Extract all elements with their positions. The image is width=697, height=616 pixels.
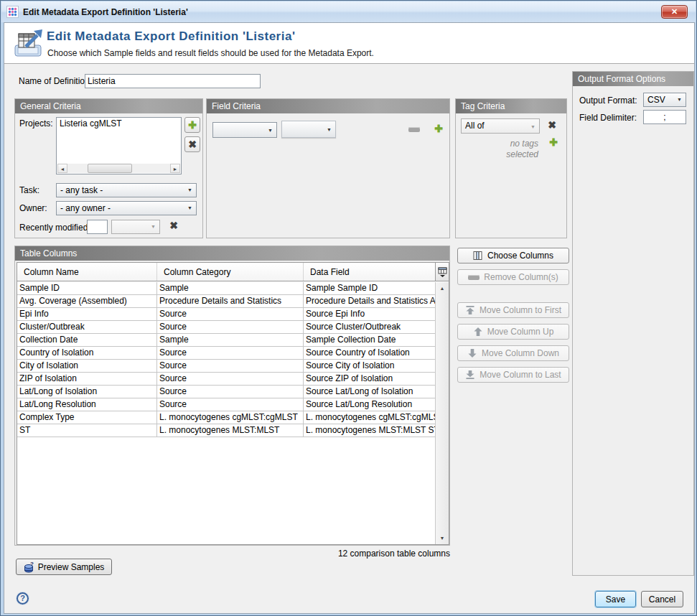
table-row[interactable]: Avg. Coverage (Assembled)Procedure Detai… <box>17 295 436 308</box>
table-cell: L. monocytogenes cgMLST:cgMLST … <box>304 411 436 424</box>
table-cell: Avg. Coverage (Assembled) <box>17 295 157 307</box>
name-of-definition-input[interactable] <box>85 74 261 88</box>
table-row[interactable]: ZIP of IsolationSourceSource ZIP of Isol… <box>17 373 436 386</box>
table-cell: City of Isolation <box>17 360 157 372</box>
table-cell: Cluster/Outbreak <box>17 321 157 333</box>
table-cell: Lat/Long of Isolation <box>17 386 157 398</box>
table-cell: Sample ID <box>17 282 157 294</box>
project-list-item[interactable]: Listeria cgMLST <box>57 118 181 129</box>
preview-samples-button[interactable]: ? Preview Samples <box>16 559 112 575</box>
tag-criteria-title: Tag Criteria <box>456 99 566 113</box>
scroll-left-icon[interactable]: ◄ <box>57 164 67 173</box>
recently-modified-input[interactable] <box>87 220 108 234</box>
title-bar[interactable]: Edit Metadata Export Definition 'Listeri… <box>1 1 696 22</box>
table-row[interactable]: STL. monocytogenes MLST:MLSTL. monocytog… <box>17 424 436 437</box>
column-chooser-button[interactable] <box>435 263 449 281</box>
close-button[interactable]: ✕ <box>661 5 688 19</box>
app-icon <box>6 6 19 18</box>
recently-modified-unit-combobox[interactable]: ▼ <box>111 220 160 234</box>
scrollbar-thumb[interactable] <box>88 164 132 173</box>
projects-list[interactable]: Listeria cgMLST ◄ ► <box>56 117 182 174</box>
output-format-options-panel: Output Format Options Output Format: CSV… <box>572 71 694 576</box>
scroll-up-icon[interactable]: ▲ <box>436 286 449 291</box>
chevron-down-icon: ▼ <box>327 127 332 132</box>
chevron-down-icon: ▼ <box>677 97 682 102</box>
table-cell: Source City of Isolation <box>304 360 436 372</box>
field-delimiter-input[interactable] <box>643 110 686 124</box>
table-cell: Source <box>157 321 304 333</box>
table-cell: Source <box>157 373 304 385</box>
remove-columns-button[interactable]: Remove Column(s) <box>457 269 569 285</box>
projects-horizontal-scrollbar[interactable]: ◄ ► <box>57 164 180 173</box>
table-cell: Source ZIP of Isolation <box>304 373 436 385</box>
table-cell: Source <box>157 398 304 411</box>
field-criteria-title: Field Criteria <box>207 99 449 113</box>
chevron-down-icon: ▼ <box>187 187 192 192</box>
field-criteria-field-combobox[interactable]: ▼ <box>212 122 277 138</box>
table-row[interactable]: Lat/Long ResolutionSourceSource Lat/Long… <box>17 398 436 411</box>
table-row[interactable]: Complex TypeL. monocytogenes cgMLST:cgML… <box>17 411 436 424</box>
preview-samples-icon: ? <box>24 561 34 573</box>
table-cell: Complex Type <box>17 411 157 424</box>
table-columns-title: Table Columns <box>15 246 449 261</box>
name-of-definition-label: Name of Definition: <box>19 76 92 86</box>
table-cell: Source <box>157 360 304 372</box>
table-cell: ST <box>17 424 157 437</box>
table-row[interactable]: City of IsolationSourceSource City of Is… <box>17 360 436 373</box>
clear-tags-button[interactable]: ✖ <box>544 118 560 134</box>
metadata-export-icon <box>13 28 45 62</box>
table-row[interactable]: Sample IDSampleSample Sample ID <box>17 282 436 295</box>
table-cell: Sample <box>157 334 304 346</box>
table-body: Sample IDSampleSample Sample IDAvg. Cove… <box>17 282 436 437</box>
move-column-to-last-button[interactable]: Move Column to Last <box>457 367 569 383</box>
move-column-to-first-button[interactable]: Move Column to First <box>457 302 569 318</box>
table-row[interactable]: Collection DateSampleSample Collection D… <box>17 334 436 347</box>
table-cell: Epi Info <box>17 308 157 320</box>
remove-field-criterion-icon[interactable] <box>408 127 420 132</box>
cancel-button[interactable]: Cancel <box>641 591 683 607</box>
delete-icon: ✖ <box>188 137 197 151</box>
column-header[interactable]: Column Name <box>17 263 157 281</box>
remove-project-button[interactable]: ✖ <box>184 136 200 152</box>
tag-mode-combobox[interactable]: All of ▼ <box>461 118 540 134</box>
table-cell: Source Epi Info <box>304 308 436 320</box>
general-criteria-panel: General Criteria Projects: Listeria cgML… <box>14 98 203 238</box>
field-criteria-operator-combobox[interactable]: ▼ <box>281 121 336 138</box>
dialog-body: Edit Metadata Export Definition 'Listeri… <box>4 22 695 614</box>
help-icon: ? <box>20 594 25 602</box>
minus-icon <box>468 275 480 280</box>
table-row[interactable]: Epi InfoSourceSource Epi Info <box>17 308 436 321</box>
projects-label: Projects: <box>19 118 53 129</box>
add-field-criterion-button[interactable]: ✚ <box>431 121 446 137</box>
owner-combobox[interactable]: - any owner - ▼ <box>56 201 197 215</box>
move-column-up-button[interactable]: Move Column Up <box>457 324 569 340</box>
help-button[interactable]: ? <box>17 592 29 605</box>
move-column-down-button[interactable]: Move Column Down <box>457 345 569 361</box>
recently-modified-label: Recently modified: <box>19 223 90 233</box>
output-format-combobox[interactable]: CSV ▼ <box>643 93 686 107</box>
table-row[interactable]: Lat/Long of IsolationSourceSource Lat/Lo… <box>17 386 436 398</box>
task-combobox[interactable]: - any task - ▼ <box>56 183 197 197</box>
add-project-button[interactable]: ✚ <box>184 117 200 133</box>
table-vertical-scrollbar[interactable]: ▲ ▼ <box>435 282 449 544</box>
table-cell: ZIP of Isolation <box>17 373 157 385</box>
add-tag-button[interactable]: ✚ <box>546 135 561 151</box>
scroll-right-icon[interactable]: ► <box>170 164 180 173</box>
task-label: Task: <box>19 185 39 195</box>
table-cell: Procedure Details and Statistics <box>157 295 304 307</box>
table-header-row: Column Name Column Category Data Field <box>17 263 436 281</box>
projects-list-items: Listeria cgMLST <box>57 118 181 129</box>
table-row[interactable]: Cluster/OutbreakSourceSource Cluster/Out… <box>17 321 436 334</box>
table-cell: Source Cluster/Outbreak <box>304 321 436 333</box>
save-button[interactable]: Save <box>595 591 636 607</box>
table-cell: L. monocytogenes cgMLST:cgMLST <box>157 411 304 424</box>
page-subtitle: Choose which Sample fields and result fi… <box>47 48 374 58</box>
choose-columns-button[interactable]: Choose Columns <box>457 248 569 263</box>
clear-recently-modified-button[interactable]: ✖ <box>166 218 182 234</box>
column-header[interactable]: Data Field <box>304 263 436 281</box>
svg-text:?: ? <box>30 561 34 567</box>
table-row[interactable]: Country of IsolationSourceSource Country… <box>17 347 436 360</box>
scroll-down-icon[interactable]: ▼ <box>436 536 449 541</box>
column-header[interactable]: Column Category <box>157 263 304 281</box>
table-cell: Source <box>157 386 304 398</box>
